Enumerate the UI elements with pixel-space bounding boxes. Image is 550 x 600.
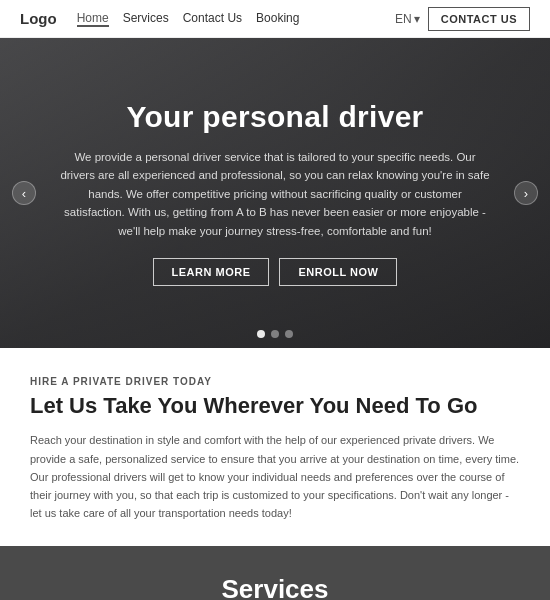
hero-dot-1[interactable] (257, 330, 265, 338)
hero-buttons: LEARN MORE ENROLL NOW (60, 258, 490, 286)
nav-booking[interactable]: Booking (256, 11, 299, 27)
hero-prev-button[interactable]: ‹ (12, 181, 36, 205)
learn-more-button[interactable]: LEARN MORE (153, 258, 270, 286)
navbar-right: EN ▾ CONTACT US (395, 7, 530, 31)
language-label: EN (395, 12, 412, 26)
contact-us-button[interactable]: CONTACT US (428, 7, 530, 31)
nav-home[interactable]: Home (77, 11, 109, 27)
hire-title: Let Us Take You Wherever You Need To Go (30, 393, 520, 419)
hero-section: ‹ Your personal driver We provide a pers… (0, 38, 550, 348)
hero-description: We provide a personal driver service tha… (60, 148, 490, 240)
hire-description: Reach your destination in style and comf… (30, 431, 520, 522)
hero-title: Your personal driver (60, 100, 490, 134)
hero-next-button[interactable]: › (514, 181, 538, 205)
hero-content: Your personal driver We provide a person… (0, 100, 550, 286)
navbar: Logo Home Services Contact Us Booking EN… (0, 0, 550, 38)
hire-section: HIRE A PRIVATE DRIVER TODAY Let Us Take … (0, 348, 550, 546)
services-section: Services Airport Transfer All services a… (0, 546, 550, 600)
services-title: Services (20, 574, 530, 600)
hero-dot-2[interactable] (271, 330, 279, 338)
hero-dot-3[interactable] (285, 330, 293, 338)
chevron-left-icon: ‹ (22, 186, 26, 201)
hire-subtitle: HIRE A PRIVATE DRIVER TODAY (30, 376, 520, 387)
language-selector[interactable]: EN ▾ (395, 12, 420, 26)
chevron-down-icon: ▾ (414, 12, 420, 26)
navbar-logo: Logo (20, 10, 57, 27)
chevron-right-icon: › (524, 186, 528, 201)
nav-services[interactable]: Services (123, 11, 169, 27)
nav-contact[interactable]: Contact Us (183, 11, 242, 27)
enroll-now-button[interactable]: ENROLL NOW (279, 258, 397, 286)
navbar-links: Home Services Contact Us Booking (77, 11, 395, 27)
hero-carousel-dots (257, 330, 293, 338)
